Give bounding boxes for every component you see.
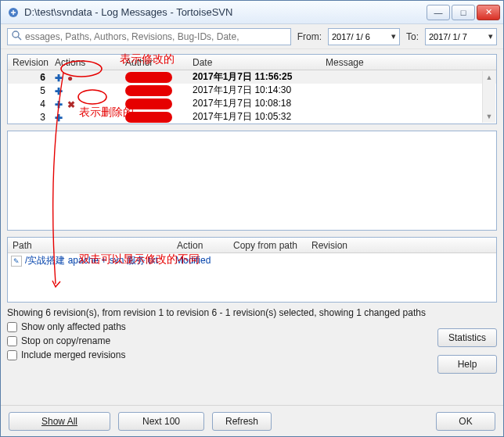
check-stop-on-copy[interactable]: Stop on copy/rename <box>7 335 497 346</box>
rev-author <box>121 99 188 109</box>
title-bar: D:\test\svndata - Log Messages - Tortois… <box>1 1 503 24</box>
from-date-value: 2017/ 1/ 6 <box>332 32 370 41</box>
show-all-button[interactable]: Show All <box>9 412 110 431</box>
rev-author <box>121 85 188 96</box>
help-button[interactable]: Help <box>437 355 497 374</box>
check-label: Stop on copy/rename <box>21 335 110 346</box>
revision-header-row: Revision Actions Author Date Message <box>8 55 496 70</box>
help-button-wrap: Help <box>437 355 497 374</box>
search-icon <box>11 30 22 43</box>
revision-scrollbar[interactable]: ▲ ▼ <box>482 71 495 123</box>
minimize-button[interactable]: — <box>427 5 450 20</box>
rev-actions: ✚● <box>50 73 121 82</box>
col-message[interactable]: Message <box>321 57 496 68</box>
checkbox[interactable] <box>7 322 17 332</box>
add-icon: ✚ <box>55 99 64 109</box>
col-path-revision[interactable]: Revision <box>307 240 354 251</box>
svg-point-1 <box>13 31 19 38</box>
path-rows: ✎/实战搭建 apache + svn 服务.txtModified <box>8 253 496 267</box>
path-action: Modified <box>175 255 232 266</box>
check-only-affected[interactable]: Show only affected paths <box>7 321 497 332</box>
rev-author <box>121 72 188 83</box>
revision-row[interactable]: 3✚2017年1月7日 10:05:32 <box>8 110 496 124</box>
check-label: Show only affected paths <box>21 321 126 332</box>
rev-number: 6 <box>8 72 50 83</box>
checkbox[interactable] <box>7 336 17 346</box>
rev-date: 2017年1月7日 11:56:25 <box>188 70 321 84</box>
add-icon: ✚ <box>55 73 64 82</box>
app-window: D:\test\svndata - Log Messages - Tortois… <box>0 0 504 437</box>
revision-row[interactable]: 4✚✖2017年1月7日 10:08:18 <box>8 97 496 110</box>
rev-actions: ✚ <box>50 113 121 122</box>
summary-text: Showing 6 revision(s), from revision 1 t… <box>7 303 497 321</box>
chevron-down-icon: ▾ <box>488 31 493 41</box>
revision-row[interactable]: 6✚●2017年1月7日 11:56:25 <box>8 70 496 84</box>
statistics-button[interactable]: Statistics <box>437 328 497 347</box>
revision-list-panel: Revision Actions Author Date Message 6✚●… <box>7 54 497 124</box>
col-path[interactable]: Path <box>8 240 172 251</box>
search-input[interactable] <box>25 31 287 42</box>
next-100-button[interactable]: Next 100 <box>118 412 204 431</box>
modify-icon: ● <box>67 73 77 82</box>
col-date[interactable]: Date <box>188 57 321 68</box>
delete-icon: ✖ <box>67 99 77 109</box>
rev-number: 5 <box>8 85 50 96</box>
from-date-picker[interactable]: 2017/ 1/ 6 ▾ <box>328 28 400 45</box>
col-revision[interactable]: Revision <box>8 57 50 68</box>
close-button[interactable]: ✕ <box>477 5 500 20</box>
refresh-button[interactable]: Refresh <box>212 412 272 431</box>
col-actions[interactable]: Actions <box>50 57 121 68</box>
maximize-button[interactable]: □ <box>452 5 475 20</box>
app-icon <box>7 6 20 19</box>
rev-actions: ✚✖ <box>50 99 121 109</box>
search-row: From: 2017/ 1/ 6 ▾ To: 2017/ 1/ 7 ▾ <box>1 24 503 49</box>
path-header-row: Path Action Copy from path Revision <box>8 238 496 253</box>
chevron-down-icon: ▾ <box>391 31 396 41</box>
scroll-up-icon[interactable]: ▲ <box>483 71 495 84</box>
revision-rows: 6✚●2017年1月7日 11:56:255✚2017年1月7日 10:14:3… <box>8 70 496 124</box>
ok-button[interactable]: OK <box>436 412 495 431</box>
options-checks: Show only affected paths Stop on copy/re… <box>7 321 497 360</box>
rev-number: 4 <box>8 99 50 109</box>
search-box[interactable] <box>7 28 291 45</box>
window-buttons: — □ ✕ <box>427 5 500 20</box>
rev-number: 3 <box>8 112 50 123</box>
svg-line-2 <box>18 37 21 40</box>
col-author[interactable]: Author <box>121 57 188 68</box>
add-icon: ✚ <box>55 113 64 122</box>
window-title: D:\test\svndata - Log Messages - Tortois… <box>24 6 427 18</box>
from-label: From: <box>297 31 322 42</box>
path-cell: ✎/实战搭建 apache + svn 服务.txt <box>11 254 175 267</box>
rev-actions: ✚ <box>50 86 121 95</box>
rev-date: 2017年1月7日 10:14:30 <box>188 84 321 97</box>
scroll-down-icon[interactable]: ▼ <box>483 110 495 123</box>
content-area: Revision Actions Author Date Message 6✚●… <box>1 49 503 405</box>
col-path-action[interactable]: Action <box>172 240 229 251</box>
checkbox[interactable] <box>7 350 17 360</box>
rev-date: 2017年1月7日 10:05:32 <box>188 110 321 124</box>
to-label: To: <box>406 31 419 42</box>
footer-bar: Show All Next 100 Refresh OK <box>1 405 503 436</box>
col-copy-from-path[interactable]: Copy from path <box>229 240 307 251</box>
rev-date: 2017年1月7日 10:08:18 <box>188 97 321 110</box>
path-link[interactable]: /实战搭建 apache + svn 服务.txt <box>25 255 158 266</box>
changed-paths-panel: Path Action Copy from path Revision ✎/实战… <box>7 237 497 303</box>
file-icon: ✎ <box>11 256 22 267</box>
revision-row[interactable]: 5✚2017年1月7日 10:14:30 <box>8 84 496 97</box>
log-message-panel[interactable] <box>7 131 497 231</box>
to-date-picker[interactable]: 2017/ 1/ 7 ▾ <box>425 28 497 45</box>
statistics-button-wrap: Statistics <box>437 328 497 347</box>
check-include-merged[interactable]: Include merged revisions <box>7 349 497 360</box>
to-date-value: 2017/ 1/ 7 <box>429 32 467 41</box>
rev-author <box>121 112 188 123</box>
check-label: Include merged revisions <box>21 349 125 360</box>
add-icon: ✚ <box>55 86 64 95</box>
path-row[interactable]: ✎/实战搭建 apache + svn 服务.txtModified <box>8 253 496 267</box>
